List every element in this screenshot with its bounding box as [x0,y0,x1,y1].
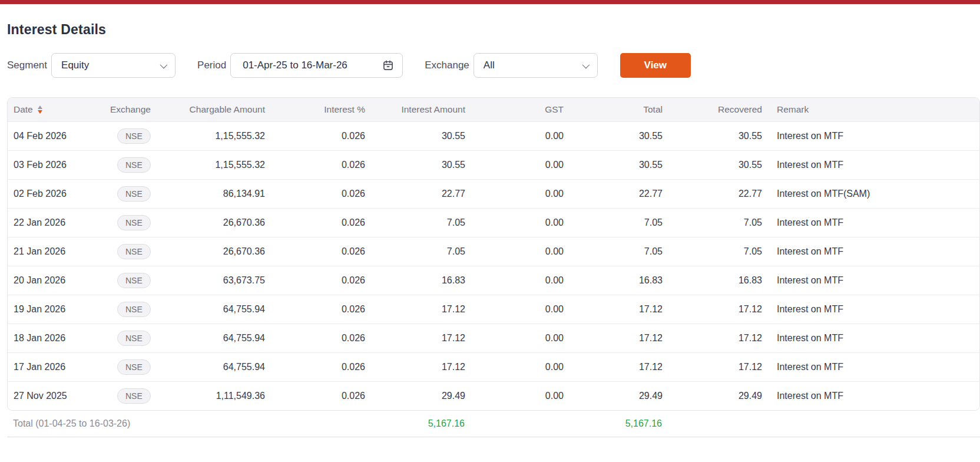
cell-total: 17.12 [565,362,664,372]
cell-chargable-amount: 63,673.75 [178,275,266,286]
cell-gst: 0.00 [466,333,565,344]
period-label: Period [197,60,226,71]
cell-date: 21 Jan 2026 [8,246,110,257]
cell-interest-amount: 22.77 [366,189,466,199]
cell-chargable-amount: 26,670.36 [178,217,266,228]
cell-exchange: NSE [110,331,178,346]
exchange-selected-value: All [484,60,495,71]
cell-remark: Interest on MTF [763,333,979,344]
table-row: 03 Feb 2026 NSE 1,15,555.32 0.026 30.55 … [8,150,979,179]
cell-gst: 0.00 [466,189,565,199]
view-button[interactable]: View [620,53,691,78]
cell-interest-amount: 7.05 [366,246,466,257]
cell-gst: 0.00 [466,275,565,286]
period-date-range-picker[interactable]: 01-Apr-25 to 16-Mar-26 [230,53,403,78]
cell-date: 20 Jan 2026 [8,275,110,286]
table-row: 27 Nov 2025 NSE 1,11,549.36 0.026 29.49 … [8,381,979,410]
cell-total: 17.12 [565,304,664,315]
column-header-total: Total [565,104,664,115]
chevron-down-icon [582,61,590,68]
cell-exchange: NSE [110,215,178,231]
column-header-date-label: Date [14,104,33,115]
table-row: 20 Jan 2026 NSE 63,673.75 0.026 16.83 0.… [8,266,979,295]
cell-remark: Interest on MTF [763,391,979,401]
cell-total: 7.05 [565,246,664,257]
cell-gst: 0.00 [466,131,565,141]
cell-chargable-amount: 86,134.91 [178,189,266,199]
cell-interest-pct: 0.026 [266,275,366,286]
exchange-badge: NSE [117,388,151,404]
cell-chargable-amount: 1,11,549.36 [178,391,266,401]
sort-icon[interactable] [38,105,42,114]
exchange-badge: NSE [117,273,151,289]
table-row: 17 Jan 2026 NSE 64,755.94 0.026 17.12 0.… [8,352,979,381]
cell-total: 30.55 [565,160,664,170]
cell-remark: Interest on MTF [763,275,979,286]
cell-exchange: NSE [110,388,178,404]
cell-recovered: 17.12 [664,362,763,372]
cell-interest-pct: 0.026 [266,246,366,257]
cell-recovered: 16.83 [664,275,763,286]
table-header-row: Date Exchange Chargable Amount Interest … [8,98,979,121]
cell-remark: Interest on MTF [763,246,979,257]
cell-total: 16.83 [565,275,664,286]
sort-asc-arrow-icon [38,105,42,109]
cell-recovered: 7.05 [664,246,763,257]
cell-total: 29.49 [565,391,664,401]
cell-date: 22 Jan 2026 [8,217,110,228]
cell-recovered: 30.55 [664,131,763,141]
cell-gst: 0.00 [466,391,565,401]
cell-remark: Interest on MTF [763,217,979,228]
page-title: Interest Details [7,22,980,38]
cell-interest-amount: 29.49 [366,391,466,401]
cell-interest-amount: 17.12 [366,333,466,344]
cell-chargable-amount: 1,15,555.32 [178,131,266,141]
cell-interest-amount: 30.55 [366,131,466,141]
cell-recovered: 17.12 [664,304,763,315]
column-header-exchange: Exchange [110,104,178,115]
column-header-chargable-amount: Chargable Amount [178,104,266,115]
cell-interest-amount: 7.05 [366,217,466,228]
cell-interest-pct: 0.026 [266,189,366,199]
exchange-badge: NSE [117,359,151,375]
segment-select[interactable]: Equity [51,53,176,78]
exchange-badge: NSE [117,215,151,231]
cell-interest-pct: 0.026 [266,217,366,228]
sort-desc-arrow-icon [38,110,42,114]
cell-exchange: NSE [110,302,178,318]
cell-remark: Interest on MTF [763,160,979,170]
cell-total: 22.77 [565,189,664,199]
cell-interest-pct: 0.026 [266,333,366,344]
calendar-icon [382,60,394,71]
top-accent-bar [0,0,980,4]
exchange-select[interactable]: All [474,53,598,78]
cell-date: 18 Jan 2026 [8,333,110,344]
cell-exchange: NSE [110,157,178,173]
column-header-date[interactable]: Date [8,104,110,115]
cell-chargable-amount: 64,755.94 [178,304,266,315]
table-row: 04 Feb 2026 NSE 1,15,555.32 0.026 30.55 … [8,121,979,150]
cell-date: 02 Feb 2026 [8,189,110,199]
exchange-badge: NSE [117,186,151,202]
cell-gst: 0.00 [466,304,565,315]
cell-exchange: NSE [110,273,178,289]
cell-interest-pct: 0.026 [266,362,366,372]
cell-chargable-amount: 64,755.94 [178,362,266,372]
cell-recovered: 7.05 [664,217,763,228]
cell-date: 19 Jan 2026 [8,304,110,315]
cell-exchange: NSE [110,244,178,260]
column-header-interest-pct: Interest % [266,104,366,115]
cell-recovered: 17.12 [664,333,763,344]
cell-gst: 0.00 [466,160,565,170]
page-content: Interest Details Segment Equity Period 0… [0,22,980,437]
cell-interest-pct: 0.026 [266,131,366,141]
cell-chargable-amount: 1,15,555.32 [178,160,266,170]
footer-interest-amount-total: 5,167.16 [366,418,466,429]
exchange-badge: NSE [117,244,151,260]
cell-total: 17.12 [565,333,664,344]
cell-exchange: NSE [110,186,178,202]
cell-date: 03 Feb 2026 [8,160,110,170]
cell-remark: Interest on MTF(SAM) [763,189,979,199]
cell-date: 27 Nov 2025 [8,391,110,401]
table-row: 21 Jan 2026 NSE 26,670.36 0.026 7.05 0.0… [8,237,979,266]
